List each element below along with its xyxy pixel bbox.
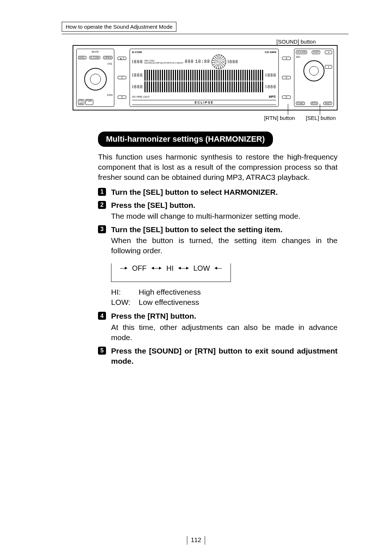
arrow-icon (215, 268, 222, 269)
seg-d3: Ⅰ888 (265, 84, 276, 90)
step-2-title: Press the [SEL] button. (111, 201, 195, 209)
seek-down-button[interactable]: ∨ (325, 65, 332, 69)
vol-label: VOL (78, 62, 113, 65)
step-5-number: 5 (98, 347, 106, 355)
model-number: CD 5444 (265, 51, 276, 54)
seg-a: Ⅰ888 (132, 59, 143, 65)
step-3-title: Turn the [SEL] button to select the sett… (111, 225, 282, 234)
header-rule: How to operate the Sound Adjustment Mode (62, 22, 348, 34)
mp3-label: MP3 (269, 95, 275, 98)
double-arrow-icon (152, 268, 162, 269)
open-button[interactable]: OPEN (103, 56, 113, 59)
step-2-body: The mode will change to multi-harmonizer… (111, 211, 338, 221)
mini-boxes: ADVANCE DSP EQ POSITION C-BACK (144, 62, 183, 64)
device-illustration: [SOUND] button MUTE DISC E-COM OPEN VOL … (73, 45, 338, 125)
step-1-title: Turn the [SEL] button to select HARMONIZ… (111, 188, 278, 196)
seg-a3: Ⅰ888 (132, 84, 143, 90)
cycle-hi: HI (166, 263, 173, 273)
step-3: 3 Turn the [SEL] button to select the se… (98, 225, 338, 256)
step-2: 2 Press the [SEL] button. The mode will … (98, 200, 338, 222)
rtn-leader-line (288, 104, 288, 115)
preset-col-left: ▲ 1 2 3 (117, 49, 127, 107)
spectrum-bars-1 (144, 70, 264, 81)
eff-low-val: Low effectiveness (139, 297, 199, 307)
manual-page: How to operate the Sound Adjustment Mode… (0, 0, 392, 557)
eclipse-brand: ECLIPSE (132, 100, 276, 105)
fm-label[interactable]: FM (79, 100, 83, 102)
cycle-diagram: OFF HI LOW (111, 263, 231, 282)
page-number: 112 (191, 537, 201, 544)
step-4-body: At this time, other adjustments can also… (111, 322, 338, 343)
intro-paragraph: This function uses harmonic synthesis to… (98, 152, 338, 183)
seek-up-button[interactable]: ∧ (325, 51, 332, 54)
rtn-button[interactable]: RTN (311, 102, 318, 105)
esn-label: ESN (78, 94, 113, 96)
center-display-panel: E-COM CD 5444 Ⅰ888 SRC DISC ADVANCE DSP … (130, 49, 279, 107)
cycle-return-path (111, 274, 231, 282)
footer-divider (187, 536, 187, 545)
preset-3[interactable]: 3 (118, 96, 126, 99)
footer-divider (205, 536, 205, 545)
sel-button-label: [SEL] button (306, 115, 336, 121)
left-control-panel: MUTE DISC E-COM OPEN VOL ESN FM AM PWR (76, 49, 114, 107)
sound-button[interactable]: SOUND (296, 51, 307, 54)
car-stereo-faceplate: MUTE DISC E-COM OPEN VOL ESN FM AM PWR (73, 45, 338, 110)
eff-hi-val: High effectiveness (139, 287, 201, 297)
step-2-number: 2 (98, 201, 106, 209)
disc-button[interactable]: DISC (78, 56, 86, 59)
spectrum-bars-2 (144, 81, 264, 92)
sel-leader-line (320, 104, 320, 115)
sound-button-label: [SOUND] button (277, 39, 316, 45)
right-control-panel: SOUND DISP ∧ SEL FUNC RTN FAST ∨ (294, 49, 334, 107)
disp-button[interactable]: DISP (312, 51, 320, 54)
section-title: Multi-harmonizer settings (HARMONIZER) (98, 132, 273, 147)
double-arrow-icon (179, 268, 188, 269)
preset-1[interactable]: ▲ 1 (118, 57, 126, 60)
sel-label: SEL (296, 56, 332, 58)
content: Multi-harmonizer settings (HARMONIZER) T… (98, 132, 338, 366)
volume-dial[interactable] (84, 68, 107, 90)
step-5-title: Press the [SOUND] or [RTN] button to exi… (111, 347, 338, 365)
preset-5[interactable]: 5 (282, 76, 291, 79)
step-5: 5 Press the [SOUND] or [RTN] button to e… (98, 346, 338, 367)
step-4-title: Press the [RTN] button. (111, 312, 196, 320)
step-1: 1 Turn the [SEL] button to select HARMON… (98, 187, 338, 197)
preout-label: 5V PRE-OUT (132, 95, 150, 98)
effectiveness-table: HI: High effectiveness LOW: Low effectiv… (111, 287, 338, 308)
header-tag: How to operate the Sound Adjustment Mode (62, 22, 176, 32)
mute-label: MUTE (78, 51, 113, 53)
preset-2[interactable]: 2 (118, 76, 126, 79)
cycle-low: LOW (193, 263, 210, 273)
pwr-button[interactable]: PWR (85, 99, 93, 105)
func-button[interactable]: FUNC (296, 102, 305, 105)
bottom-leaders: [RTN] button [SEL] button (73, 110, 338, 125)
fast-button[interactable]: FAST (323, 102, 332, 105)
preset-col-right: 4 5 6 (281, 49, 292, 107)
preset-6[interactable]: 6 (282, 96, 291, 99)
page-footer: 112 (0, 536, 392, 545)
rtn-button-label: [RTN] button (264, 115, 295, 121)
preset-4[interactable]: 4 (282, 57, 291, 60)
ecom-button[interactable]: E-COM (89, 56, 100, 59)
seg-d: Ⅰ888 (228, 59, 238, 65)
seg-a2: Ⅰ888 (132, 73, 143, 78)
seg-b: 888 (185, 59, 194, 64)
eff-low-key: LOW: (111, 297, 133, 307)
step-1-number: 1 (98, 188, 106, 196)
eff-hi-key: HI: (111, 287, 133, 297)
step-3-body: When the button is turned, the setting i… (111, 235, 338, 256)
step-4-number: 4 (98, 312, 106, 320)
step-4: 4 Press the [RTN] button. At this time, … (98, 311, 338, 343)
starburst-icon (212, 55, 226, 69)
seg-c: 18:88 (195, 59, 210, 64)
cycle-off: OFF (132, 263, 147, 273)
ecom-brand: E-COM (132, 51, 142, 54)
step-3-number: 3 (98, 225, 106, 233)
seg-d2: Ⅰ888 (265, 73, 276, 78)
arrow-icon (120, 268, 127, 269)
sel-dial[interactable] (303, 60, 324, 81)
am-label[interactable]: AM (79, 102, 83, 105)
